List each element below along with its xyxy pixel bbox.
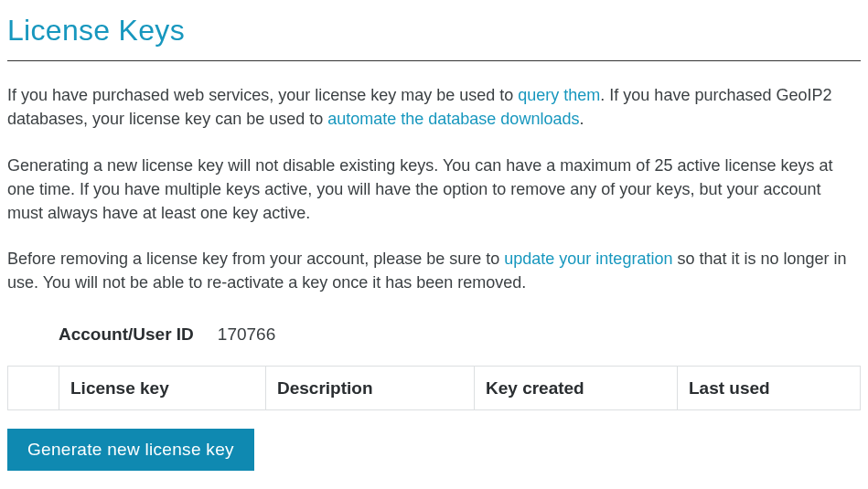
license-keys-table: License key Description Key created Last…: [7, 366, 861, 411]
table-header-last-used: Last used: [678, 366, 861, 410]
table-header-key-created: Key created: [475, 366, 678, 410]
update-integration-link[interactable]: update your integration: [504, 250, 672, 268]
title-divider: [7, 60, 861, 61]
account-id-row: Account/User ID 170766: [59, 322, 861, 347]
table-header-blank: [8, 366, 59, 410]
intro-text-3a: Before removing a license key from your …: [7, 250, 504, 268]
intro-text-1c: .: [579, 110, 584, 128]
intro-paragraph-3: Before removing a license key from your …: [7, 247, 861, 294]
automate-downloads-link[interactable]: automate the database downloads: [327, 110, 579, 128]
table-header-license-key: License key: [59, 366, 266, 410]
table-header-row: License key Description Key created Last…: [8, 366, 861, 410]
intro-paragraph-2: Generating a new license key will not di…: [7, 154, 861, 225]
account-id-label: Account/User ID: [59, 322, 194, 347]
query-them-link[interactable]: query them: [518, 86, 600, 104]
intro-paragraph-1: If you have purchased web services, your…: [7, 83, 861, 131]
account-id-value: 170766: [218, 322, 275, 347]
generate-new-license-key-button[interactable]: Generate new license key: [7, 429, 254, 471]
table-header-description: Description: [266, 366, 475, 410]
intro-text-1a: If you have purchased web services, your…: [7, 86, 518, 104]
page-title: License Keys: [7, 9, 861, 51]
